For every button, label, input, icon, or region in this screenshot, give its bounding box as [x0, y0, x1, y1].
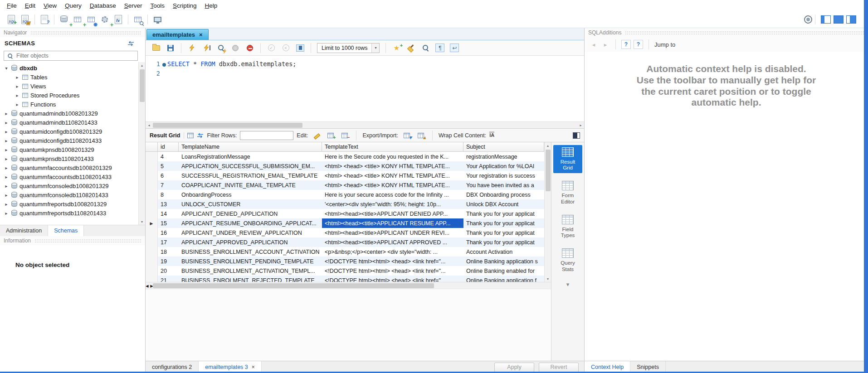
- cell-templatename[interactable]: APPLICANT_APPROVED_APPLICATION: [179, 237, 322, 247]
- menu-item-edit[interactable]: Edit: [21, 1, 39, 10]
- cell-templatetext[interactable]: <html> <head> <title> KONY HTML TEMPLATE…: [322, 161, 463, 171]
- context-help-icon[interactable]: ?: [621, 40, 631, 49]
- cell-id[interactable]: 6: [158, 171, 179, 180]
- table-row[interactable]: 4LoansRegistrationMessageHere is the Sec…: [146, 152, 544, 161]
- delete-row-icon[interactable]: −: [340, 131, 350, 140]
- limit-rows-dropdown[interactable]: Limit to 1000 rows ▾: [317, 43, 380, 53]
- cell-subject[interactable]: Thank you for your applicat: [463, 228, 544, 237]
- cell-id[interactable]: 4: [158, 152, 179, 161]
- expand-icon[interactable]: ▸: [4, 111, 9, 116]
- schema-item-quantummfconsoledb1008201329[interactable]: ▸quantummfconsoledb1008201329: [0, 181, 138, 190]
- cell-subject[interactable]: registrationMessage: [463, 152, 544, 161]
- toggle-automatic-help-icon[interactable]: ?: [634, 40, 643, 49]
- table-row[interactable]: 20BUSINESS_ENROLLMENT_ACTIVATION_TEMPL..…: [146, 266, 544, 276]
- tab-schemas[interactable]: Schemas: [48, 225, 84, 236]
- scroll-thumb[interactable]: [153, 283, 434, 288]
- cell-id[interactable]: 20: [158, 266, 179, 276]
- close-icon[interactable]: ×: [252, 364, 255, 370]
- table-row[interactable]: 21BUSINESS_ENROLMENT_REJECTED_TEMPLATE<!…: [146, 276, 544, 282]
- open-script-icon[interactable]: [150, 42, 162, 54]
- expand-icon[interactable]: ▸: [4, 120, 9, 125]
- back-icon[interactable]: ◂: [589, 40, 598, 49]
- table-row[interactable]: 18BUSINESS_ENROLLMENT_ACCOUNT_ACTIVATION…: [146, 247, 544, 257]
- grid-icon[interactable]: [187, 133, 194, 138]
- open-sql-script-icon[interactable]: SQL▣: [19, 13, 31, 26]
- schema-item-quantummfaccountsdb1008201329[interactable]: ▸quantummfaccountsdb1008201329: [0, 163, 138, 172]
- filter-objects-input[interactable]: [16, 53, 135, 59]
- side-tab-query-stats[interactable]: Query Stats: [553, 246, 582, 274]
- row-selector[interactable]: [146, 152, 158, 161]
- column-header-id[interactable]: id: [158, 142, 179, 152]
- row-selector[interactable]: [146, 161, 158, 171]
- schema-item-quantummfreportsdb1008201329[interactable]: ▸quantummfreportsdb1008201329: [0, 199, 138, 208]
- expand-icon[interactable]: ▸: [4, 174, 9, 179]
- cell-id[interactable]: 13: [158, 199, 179, 209]
- menu-item-scripting[interactable]: Scripting: [169, 1, 201, 10]
- expand-icon[interactable]: ▸: [15, 75, 20, 80]
- jump-to-label[interactable]: Jump to: [654, 41, 675, 48]
- cell-id[interactable]: 18: [158, 247, 179, 257]
- cell-subject[interactable]: Thank you for your applicat: [463, 218, 544, 228]
- cell-templatename[interactable]: APPLICATION_SUCCESSFUL_SUBMISSION_EM...: [179, 161, 322, 171]
- cell-subject[interactable]: Online Banking application f: [463, 276, 544, 282]
- scroll-thumb[interactable]: [546, 150, 551, 191]
- menu-item-view[interactable]: View: [39, 1, 61, 10]
- tab-emailtemplates[interactable]: emailtemplates ×: [146, 29, 209, 40]
- table-row[interactable]: 7COAPPLICANT_INVITE_EMAIL_TEMPLATE<html>…: [146, 180, 544, 190]
- toggle-left-sidebar-icon[interactable]: [821, 15, 831, 24]
- column-header-templatename[interactable]: TemplateName: [179, 142, 322, 152]
- row-selector[interactable]: [146, 237, 158, 247]
- row-selector[interactable]: [146, 209, 158, 218]
- collapse-icon[interactable]: ▾: [4, 66, 9, 71]
- menu-item-database[interactable]: Database: [86, 1, 120, 10]
- cell-templatetext[interactable]: <html> <head> <title> KONY HTML TEMPLATE…: [322, 171, 463, 180]
- revert-button[interactable]: Revert: [539, 363, 579, 372]
- rollback-icon[interactable]: ×: [279, 42, 292, 54]
- cell-subject[interactable]: You have been invited as a: [463, 180, 544, 190]
- side-tab-result-grid[interactable]: Result Grid: [553, 145, 582, 173]
- cell-templatename[interactable]: APPLICANT_UNDER_REVIEW_APPLICATION: [179, 228, 322, 237]
- row-selector[interactable]: [146, 228, 158, 237]
- cell-subject[interactable]: Online Banking enabled for: [463, 266, 544, 276]
- create-function-icon[interactable]: fx: [112, 13, 125, 26]
- expand-icon[interactable]: ▸: [4, 147, 9, 152]
- create-view-icon[interactable]: ◉: [85, 13, 98, 26]
- commit-icon[interactable]: ✓: [265, 42, 278, 54]
- scroll-up-icon[interactable]: ▴: [139, 62, 145, 68]
- refresh-grid-icon[interactable]: [197, 133, 204, 138]
- tree-item-dbxdb[interactable]: ▾ dbxdb: [0, 63, 138, 73]
- schema-item-quantumadmindb1008201329[interactable]: ▸quantumadmindb1008201329: [0, 109, 138, 118]
- cell-templatetext[interactable]: Here is your secure access code for the …: [322, 190, 463, 199]
- grid-vertical-scrollbar[interactable]: ▴ ▾: [544, 142, 551, 282]
- execute-statement-icon[interactable]: [185, 42, 198, 54]
- cell-templatetext[interactable]: <!DOCTYPE html><html> <head> <link href=…: [322, 266, 463, 276]
- cell-subject[interactable]: Your Application for %LOAI: [463, 161, 544, 171]
- cell-subject[interactable]: Thank you for your applicat: [463, 209, 544, 218]
- toggle-output-area-icon[interactable]: [834, 15, 844, 24]
- filter-rows-input[interactable]: [240, 131, 293, 140]
- table-row[interactable]: 13UNLOCK_CUSTOMER'<center><div style="wi…: [146, 199, 544, 209]
- tree-item-tables[interactable]: ▸Tables: [0, 73, 138, 82]
- save-snippet-icon[interactable]: ★: [390, 42, 403, 54]
- column-header-subject[interactable]: Subject: [463, 142, 544, 152]
- scroll-left-icon[interactable]: ◂: [146, 122, 152, 128]
- code-line[interactable]: 1 SELECT * FROM dbxdb.emailtemplates;: [146, 59, 584, 68]
- schema-item-quantumadmindb1108201433[interactable]: ▸quantumadmindb1108201433: [0, 118, 138, 127]
- cell-templatetext[interactable]: <html><head><title>APPLICANT DENIED APP.…: [322, 209, 463, 218]
- scroll-right-icon[interactable]: ▸: [577, 122, 584, 128]
- wrap-cell-content-icon[interactable]: IA: [489, 132, 494, 138]
- tab-administration[interactable]: Administration: [0, 225, 48, 236]
- cell-subject[interactable]: Online Banking application s: [463, 257, 544, 266]
- cell-subject[interactable]: DBX Onboarding process: [463, 190, 544, 199]
- scroll-down-icon[interactable]: ▾: [545, 276, 551, 282]
- forward-icon[interactable]: ▸: [601, 40, 610, 49]
- cell-templatename[interactable]: BUSINESS_ENROLLMENT_ACTIVATION_TEMPL...: [179, 266, 322, 276]
- menu-item-file[interactable]: File: [3, 1, 21, 10]
- tree-item-views[interactable]: ▸Views: [0, 82, 138, 91]
- new-query-tab-icon[interactable]: SQL+: [5, 13, 18, 26]
- grid-horizontal-scrollbar[interactable]: ◂ ▸: [146, 282, 551, 289]
- execute-current-statement-icon[interactable]: [200, 42, 213, 54]
- code-line[interactable]: 2: [146, 68, 584, 78]
- status-circle-icon[interactable]: [804, 15, 812, 24]
- cell-templatename[interactable]: APPLICANT_DENIED_APPLICATION: [179, 209, 322, 218]
